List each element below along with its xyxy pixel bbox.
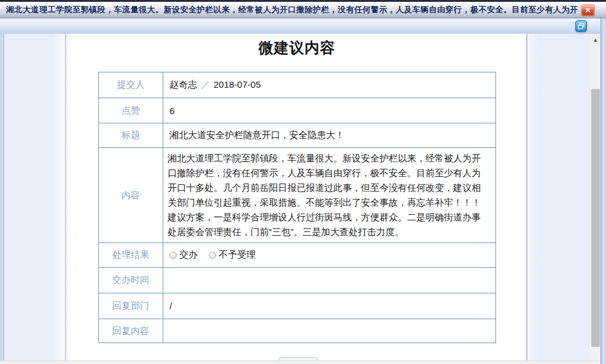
scrollbar-thumb[interactable] bbox=[591, 89, 600, 347]
submitter-separator: ／ bbox=[197, 79, 214, 90]
table-row-assign-time: 交办时间 bbox=[99, 268, 496, 293]
field-value-title: 湘北大道安全护栏随意开口，安全隐患大！ bbox=[163, 123, 496, 148]
field-value-result: 交办 不予受理 bbox=[163, 243, 496, 268]
vertical-scrollbar[interactable]: ▲ bbox=[591, 34, 600, 360]
field-value-assign-time bbox=[163, 268, 496, 293]
table-row-result: 处理结果 交办 不予受理 bbox=[99, 243, 496, 268]
field-value-content: 湘北大道理工学院至郭镇段，车流量很大。新设安全护栏以来，经常被人为开口撤除护栏，… bbox=[163, 148, 496, 243]
table-row-reply-dept: 回复部门 / bbox=[99, 293, 496, 319]
radio-label-assign: 交办 bbox=[179, 249, 198, 261]
field-value-likes: 6 bbox=[163, 98, 496, 123]
dialog-toolbar bbox=[0, 18, 606, 34]
radio-unselected-icon[interactable] bbox=[209, 252, 216, 259]
field-label-result: 处理结果 bbox=[99, 243, 163, 268]
field-label-submitter: 提交人 bbox=[99, 72, 163, 98]
bottom-status-strip bbox=[0, 360, 600, 364]
dialog-window: 湘北大道理工学院至郭镇段，车流量很大。新设安全护栏以来，经常被人为开口撤除护栏，… bbox=[0, 0, 606, 364]
suggestion-table: 提交人 赵奇志／2018-07-05 点赞 6 标题 湘北大道安全护栏随意开口，… bbox=[98, 72, 496, 343]
field-label-reply-content: 回复内容 bbox=[99, 319, 163, 343]
restore-window-button[interactable] bbox=[575, 20, 587, 32]
table-row-likes: 点赞 6 bbox=[99, 98, 496, 123]
radio-option-assign[interactable]: 交办 bbox=[169, 249, 198, 261]
scrollbar-up-button[interactable]: ▲ bbox=[591, 35, 600, 45]
window-right-edge bbox=[600, 18, 606, 364]
radio-option-reject[interactable]: 不予受理 bbox=[209, 249, 255, 261]
table-row-reply-content: 回复内容 bbox=[99, 319, 496, 343]
submit-date: 2018-07-05 bbox=[214, 79, 261, 90]
right-gutter-panel bbox=[526, 34, 591, 360]
submitter-name: 赵奇志 bbox=[169, 79, 197, 90]
restore-window-icon bbox=[577, 22, 585, 30]
table-row-content: 内容 湘北大道理工学院至郭镇段，车流量很大。新设安全护栏以来，经常被人为开口撤除… bbox=[99, 148, 496, 243]
field-label-assign-time: 交办时间 bbox=[99, 268, 163, 293]
field-label-reply-dept: 回复部门 bbox=[99, 293, 163, 319]
field-label-likes: 点赞 bbox=[99, 98, 163, 123]
field-label-title: 标题 bbox=[99, 123, 163, 148]
field-label-content: 内容 bbox=[99, 148, 163, 243]
field-value-reply-content bbox=[163, 319, 496, 343]
page-title: 微建议内容 bbox=[68, 38, 526, 58]
dialog-title: 湘北大道理工学院至郭镇段，车流量很大。新设安全护栏以来，经常被人为开口撤除护栏，… bbox=[6, 4, 578, 15]
radio-label-reject: 不予受理 bbox=[219, 249, 255, 261]
field-value-reply-dept: / bbox=[163, 293, 496, 319]
field-value-submitter: 赵奇志／2018-07-05 bbox=[163, 72, 496, 98]
close-icon: ✕ bbox=[585, 7, 591, 14]
close-button[interactable]: ✕ bbox=[581, 4, 595, 17]
left-gutter-panel bbox=[5, 34, 66, 360]
suggestion-detail-page: 微建议内容 提交人 赵奇志／2018-07-05 点赞 6 标题 湘北大道安全护… bbox=[68, 34, 526, 360]
dialog-titlebar: 湘北大道理工学院至郭镇段，车流量很大。新设安全护栏以来，经常被人为开口撤除护栏，… bbox=[0, 2, 606, 18]
radio-unselected-icon[interactable] bbox=[169, 252, 177, 259]
table-row-title: 标题 湘北大道安全护栏随意开口，安全隐患大！ bbox=[99, 123, 496, 148]
table-row-submitter: 提交人 赵奇志／2018-07-05 bbox=[99, 72, 496, 98]
window-left-edge bbox=[0, 34, 4, 360]
